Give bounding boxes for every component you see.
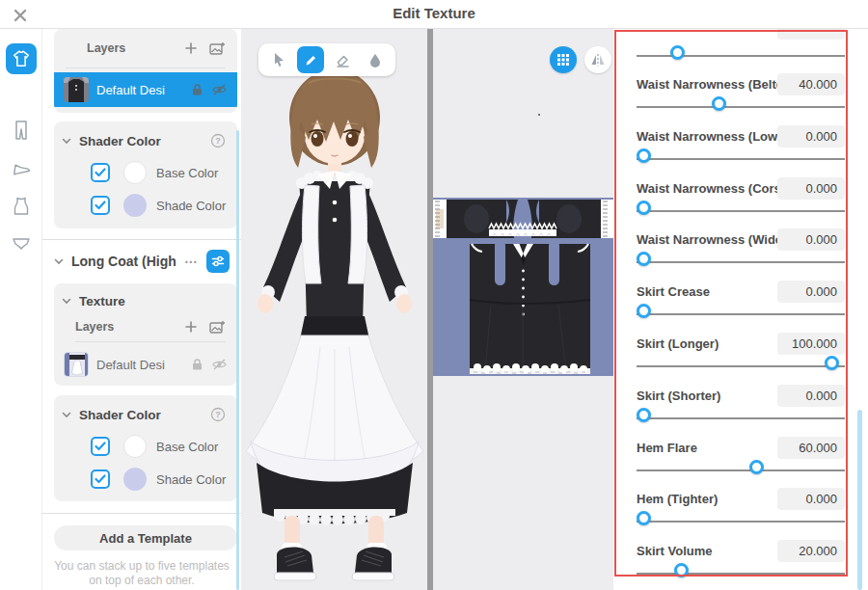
texture-section-title: Texture [79, 294, 125, 308]
slider-track[interactable] [637, 521, 845, 523]
page-title: Edit Texture [0, 5, 868, 21]
slider-handle[interactable] [712, 96, 726, 111]
sliders-icon [211, 255, 225, 268]
grid-toggle-button[interactable] [550, 46, 577, 73]
slider-handle[interactable] [637, 201, 651, 215]
slider-track[interactable] [637, 210, 845, 212]
slider-value[interactable]: 0.000 [777, 125, 845, 148]
shade-color-swatch[interactable] [123, 194, 147, 217]
help-icon[interactable]: ? [210, 133, 226, 148]
lock-icon[interactable] [191, 358, 203, 371]
grid-icon [556, 53, 570, 67]
lock-icon[interactable] [191, 83, 203, 96]
add-image-layer-icon[interactable] [209, 320, 226, 335]
slider-handle[interactable] [637, 511, 651, 525]
layer-name: Default Desi [96, 358, 191, 372]
layer-name: Default Desi [96, 83, 191, 97]
rail-item-inner-top[interactable] [6, 191, 37, 222]
slider-value[interactable]: 0.000 [777, 177, 845, 200]
left-panel-scrollbar[interactable] [236, 130, 239, 590]
coat-section-header[interactable]: Long Coat (High ⋯ [54, 249, 230, 274]
slider-track[interactable] [637, 313, 845, 315]
slider-handle[interactable] [637, 408, 651, 422]
shoe-icon [11, 158, 32, 177]
eyedropper-tool[interactable] [362, 46, 389, 73]
add-template-button[interactable]: Add a Template [54, 525, 237, 550]
slider-value[interactable]: 0.000 [777, 281, 845, 303]
slider-track[interactable] [637, 365, 845, 367]
more-options-icon[interactable]: ⋯ [184, 254, 199, 269]
chevron-down-icon[interactable] [54, 258, 64, 265]
shade-color-checkbox[interactable] [91, 196, 110, 215]
slider-value[interactable]: 60.000 [777, 437, 845, 459]
base-color-swatch[interactable] [123, 435, 147, 458]
underwear-icon [11, 235, 32, 251]
model-preview-canvas[interactable] [241, 29, 427, 590]
rail-item-tops[interactable] [6, 43, 37, 74]
slider-label: Hem (Tighter) [637, 492, 718, 506]
slider-handle[interactable] [674, 563, 689, 577]
base-color-swatch[interactable] [123, 161, 147, 184]
parameters-button[interactable] [206, 250, 230, 273]
slider-track[interactable] [637, 55, 845, 57]
slider-value[interactable]: 0.000 [777, 385, 845, 407]
mirror-icon [590, 53, 606, 67]
slider-track[interactable] [637, 573, 845, 575]
slider-handle[interactable] [637, 304, 651, 318]
visibility-off-icon[interactable] [211, 83, 228, 96]
slider-handle[interactable] [637, 252, 651, 266]
chevron-down-icon[interactable] [62, 412, 71, 418]
visibility-off-icon[interactable] [211, 358, 228, 371]
right-panel-scrollbar[interactable] [857, 410, 862, 590]
eraser-tool[interactable] [330, 46, 357, 73]
layer-row[interactable]: Default Desi [64, 349, 228, 380]
add-layer-icon[interactable] [184, 320, 198, 334]
slider-handle[interactable] [749, 460, 764, 474]
help-icon[interactable]: ? [210, 407, 226, 422]
slider-value[interactable]: 40.000 [777, 73, 845, 95]
rail-item-shoes[interactable] [6, 152, 37, 183]
base-color-label: Base Color [156, 440, 218, 454]
panel-splitter[interactable] [427, 29, 433, 590]
slider-value[interactable]: 0.000 [777, 488, 845, 510]
rail-item-inner-bottom[interactable] [6, 228, 37, 258]
texture-edit-canvas[interactable] [433, 29, 613, 590]
base-color-checkbox[interactable] [91, 163, 110, 182]
pen-icon [304, 53, 318, 67]
slider-track[interactable] [637, 469, 845, 471]
pen-tool[interactable] [297, 46, 324, 73]
slider-track[interactable] [637, 261, 845, 263]
slider-value[interactable]: 100.000 [777, 333, 845, 355]
rail-item-bottoms[interactable] [6, 115, 37, 146]
mirror-symmetry-button[interactable] [584, 46, 611, 73]
chevron-down-icon[interactable] [62, 298, 71, 305]
shader-color-card-2: Shader Color ? Base Color Shade Color [54, 395, 237, 501]
slider-value[interactable]: 20.000 [777, 540, 845, 562]
chevron-down-icon[interactable] [62, 138, 71, 145]
shader-color-title-2: Shader Color [79, 408, 161, 422]
slider-track[interactable] [637, 417, 845, 419]
brush-cursor-dot [538, 114, 540, 116]
slider-label: Hem Flare [637, 441, 697, 455]
slider-handle[interactable] [825, 356, 839, 370]
shade-color-label: Shade Color [156, 199, 226, 213]
coat-section-title: Long Coat (High [71, 254, 184, 269]
slider-track[interactable] [637, 158, 845, 160]
layer-row-selected[interactable]: Default Desi [54, 72, 237, 107]
slider-track[interactable] [637, 106, 845, 108]
paint-toolbar [258, 43, 395, 76]
shade-color-checkbox[interactable] [91, 469, 110, 489]
select-tool[interactable] [265, 46, 292, 73]
add-layer-icon[interactable] [184, 41, 198, 55]
camisole-icon [12, 196, 31, 217]
shade-color-swatch[interactable] [123, 468, 147, 491]
base-color-checkbox[interactable] [91, 437, 110, 456]
slider-label: Skirt (Longer) [637, 336, 719, 351]
layer-thumbnail [64, 352, 89, 377]
slider-handle[interactable] [670, 45, 685, 60]
template-hint-line1: You can stack up to five templates [42, 559, 241, 574]
add-image-layer-icon[interactable] [209, 41, 226, 56]
slider-handle[interactable] [637, 148, 651, 163]
shader-color-title: Shader Color [79, 134, 161, 148]
slider-value[interactable]: 0.000 [777, 228, 845, 251]
